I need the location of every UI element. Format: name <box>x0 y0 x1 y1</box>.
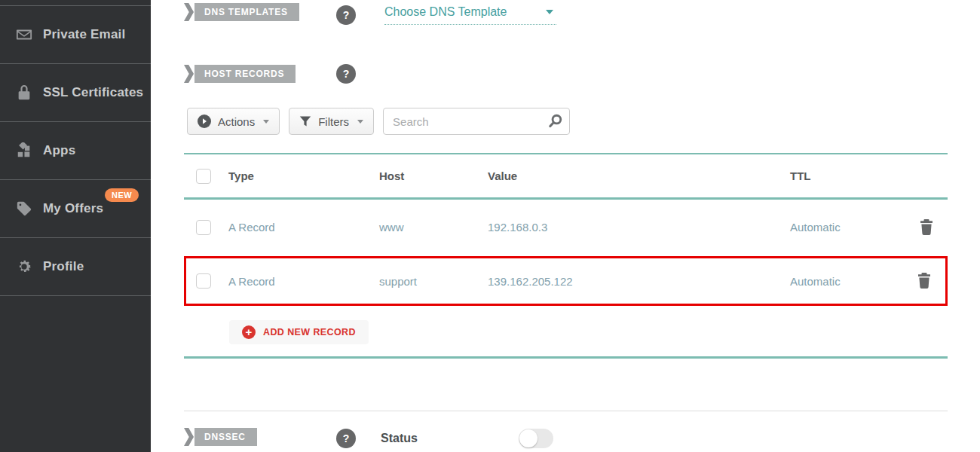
column-header-host: Host <box>379 170 488 182</box>
help-icon[interactable]: ? <box>336 429 356 448</box>
delete-record-button[interactable] <box>916 272 933 290</box>
host-records-table: Type Host Value TTL A Record www 192.168… <box>184 153 948 359</box>
sidebar-item-label: SSL Certificates <box>43 85 143 100</box>
select-all-checkbox[interactable] <box>196 169 211 184</box>
record-host: support <box>379 275 488 288</box>
sidebar-item-apps[interactable]: Apps <box>0 122 151 180</box>
sidebar: Private Email SSL Certificates Apps My O… <box>0 0 151 452</box>
new-badge: NEW <box>105 188 139 202</box>
record-type: A Record <box>228 221 379 234</box>
table-header-row: Type Host Value TTL <box>184 154 948 200</box>
search-box <box>383 108 570 135</box>
main-content: DNS TEMPLATES ? Choose DNS Template HOST… <box>151 0 980 452</box>
mail-icon <box>15 26 33 44</box>
column-header-ttl: TTL <box>790 170 905 182</box>
dns-template-dropdown[interactable]: Choose DNS Template <box>384 5 556 25</box>
table-row: A Record www 192.168.0.3 Automatic <box>184 200 948 255</box>
column-header-type: Type <box>228 170 379 182</box>
record-value: 192.168.0.3 <box>488 221 790 234</box>
trash-icon <box>917 272 932 289</box>
ribbon-chevron-icon <box>184 65 194 83</box>
dnssec-toggle[interactable] <box>519 429 553 448</box>
section-divider <box>184 411 948 411</box>
sidebar-item-ssl-certificates[interactable]: SSL Certificates <box>0 64 151 122</box>
add-record-row: + ADD NEW RECORD <box>184 320 948 344</box>
host-records-toolbar: Actions Filters <box>184 108 948 135</box>
plus-icon: + <box>242 325 256 339</box>
sidebar-item-label: Apps <box>43 143 75 158</box>
ribbon-chevron-icon <box>184 3 194 21</box>
filters-button-label: Filters <box>318 115 349 128</box>
actions-button[interactable]: Actions <box>187 108 280 135</box>
record-ttl: Automatic <box>790 275 903 288</box>
row-checkbox[interactable] <box>196 273 211 289</box>
ribbon-chevron-icon <box>184 428 194 446</box>
dns-templates-section: DNS TEMPLATES ? Choose DNS Template <box>184 3 948 30</box>
sidebar-item-label: My Offers <box>43 201 103 216</box>
play-circle-icon <box>198 115 211 128</box>
dnssec-status-label: Status <box>381 432 418 445</box>
delete-record-button[interactable] <box>918 218 935 237</box>
dns-template-dropdown-value: Choose DNS Template <box>384 5 507 19</box>
chevron-down-icon <box>263 120 269 124</box>
apps-icon <box>15 142 33 160</box>
filters-button[interactable]: Filters <box>289 108 374 135</box>
sidebar-item-private-email[interactable]: Private Email <box>0 6 151 64</box>
column-header-value: Value <box>488 170 790 182</box>
sidebar-item-label: Private Email <box>43 27 125 42</box>
record-host: www <box>379 221 488 234</box>
help-icon[interactable]: ? <box>336 5 356 25</box>
section-divider <box>184 356 948 359</box>
record-ttl: Automatic <box>790 221 905 234</box>
add-new-record-button[interactable]: + ADD NEW RECORD <box>229 320 369 344</box>
host-records-section: HOST RECORDS ? <box>184 65 948 86</box>
help-icon[interactable]: ? <box>336 64 356 84</box>
table-row-highlighted: A Record support 139.162.205.122 Automat… <box>184 256 948 306</box>
sidebar-item-label: Profile <box>43 259 84 274</box>
filter-icon <box>299 115 311 127</box>
sidebar-item-profile[interactable]: Profile <box>0 238 151 296</box>
toggle-knob-icon <box>519 429 537 447</box>
search-icon[interactable] <box>547 113 563 129</box>
record-value: 139.162.205.122 <box>488 275 790 288</box>
host-records-tag: HOST RECORDS <box>184 65 296 83</box>
trash-icon <box>919 218 934 235</box>
record-type: A Record <box>228 275 379 288</box>
chevron-down-icon <box>357 120 363 124</box>
row-checkbox[interactable] <box>196 220 211 235</box>
gear-icon <box>15 258 33 276</box>
actions-button-label: Actions <box>218 115 255 128</box>
sidebar-divider <box>0 0 151 6</box>
chevron-down-icon <box>546 10 553 14</box>
dnssec-tag: DNSSEC <box>184 428 257 446</box>
add-new-record-label: ADD NEW RECORD <box>263 327 356 337</box>
dns-templates-tag: DNS TEMPLATES <box>184 3 299 21</box>
tag-icon <box>15 200 33 218</box>
search-input[interactable] <box>383 108 570 135</box>
lock-icon <box>15 84 33 102</box>
dnssec-section: DNSSEC ? Status <box>184 428 948 452</box>
sidebar-item-my-offers[interactable]: My Offers NEW <box>0 180 151 238</box>
